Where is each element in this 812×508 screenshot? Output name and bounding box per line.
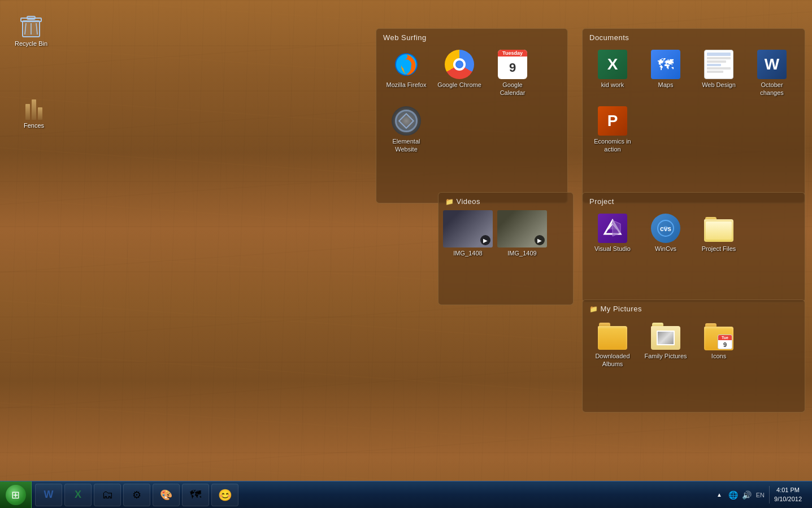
family-pictures-label: Family Pictures <box>644 352 687 360</box>
svg-rect-6 <box>24 22 38 36</box>
fence-icon-maps[interactable]: 🗺 Maps <box>640 46 691 101</box>
desktop: Recycle Bin Fences Web Surfing <box>0 0 812 508</box>
system-clock[interactable]: 4:01 PM 9/10/2012 <box>769 486 806 503</box>
icons-folder-icon: Tue 9 <box>704 321 733 350</box>
fence-icon-kid-work[interactable]: X kid work <box>587 46 638 101</box>
word-taskbar-icon: W <box>44 489 54 501</box>
fence-icon-october-changes[interactable]: W October changes <box>746 46 797 101</box>
recycle-bin-label: Recycle Bin <box>13 39 49 48</box>
october-changes-label: October changes <box>749 81 795 97</box>
fence-icon-firefox[interactable]: Mozilla Firefox <box>381 46 432 101</box>
fences-app-icon <box>20 93 47 120</box>
fence-project-content: Visual Studio cvs WinCvs <box>583 208 805 260</box>
desktop-icon-fences[interactable]: Fences <box>11 90 57 132</box>
fence-web-surfing-title: Web Surfing <box>376 29 567 44</box>
elemental-label: Elemental Website <box>383 137 429 154</box>
taskbar: W X 🗂 ⚙ 🎨 🗺 😊 ▲ 🌐 🔊 <box>0 481 812 508</box>
fence-videos-content: ▶ IMG_1408 ▶ IMG_1409 <box>438 208 573 262</box>
firefox-label: Mozilla Firefox <box>387 81 427 89</box>
desktop-icon-recycle-bin[interactable]: Recycle Bin <box>8 8 54 50</box>
fence-videos-title: 📁Videos <box>438 193 573 208</box>
taskbar-icon-word[interactable]: W <box>35 484 62 506</box>
cal-weekday: Tuesday <box>498 50 527 57</box>
fence-project: Project Visual Studio <box>582 192 805 302</box>
family-pictures-icon <box>651 321 680 350</box>
control-panel-taskbar-icon: ⚙ <box>132 489 141 501</box>
fence-icon-img-1409[interactable]: ▶ IMG_1409 <box>497 210 547 257</box>
video-thumb-1409[interactable]: ▶ <box>497 210 547 248</box>
wincvs-label: WinCvs <box>655 245 676 253</box>
web-design-label: Web Design <box>702 81 736 89</box>
kid-work-icon: X <box>598 50 627 79</box>
network-icon[interactable]: 🌐 <box>729 490 738 500</box>
kid-work-label: kid work <box>601 81 624 89</box>
video-1408-label: IMG_1408 <box>453 249 482 257</box>
fence-my-pictures-content: Downloaded Albums Family Pictures <box>583 315 805 376</box>
language-indicator: EN <box>756 492 765 498</box>
cal-day-number: 9 <box>498 57 527 79</box>
maps-label: Maps <box>658 81 674 89</box>
fence-documents-title: Documents <box>583 29 805 44</box>
show-hidden-icons-button[interactable]: ▲ <box>714 490 724 499</box>
elemental-icon <box>392 106 421 136</box>
google-calendar-icon: Tuesday 9 <box>498 50 527 79</box>
clock-time: 4:01 PM <box>774 486 802 494</box>
fence-icon-icons[interactable]: Tue 9 Icons <box>693 318 744 372</box>
google-calendar-label: Google Calendar <box>489 81 536 97</box>
maps-taskbar-icon: 🗺 <box>190 488 201 501</box>
paint-taskbar-icon: 🎨 <box>160 489 172 501</box>
fence-icon-project-files[interactable]: Project Files <box>693 210 744 256</box>
fence-icon-web-design[interactable]: Web Design <box>693 46 744 101</box>
wincvs-icon: cvs <box>651 214 680 243</box>
taskbar-icon-explorer[interactable]: 🗂 <box>94 484 121 506</box>
maps-icon: 🗺 <box>651 50 680 79</box>
fence-my-pictures: 📁My Pictures Downloaded Albums <box>582 299 805 413</box>
fence-my-pictures-title: 📁My Pictures <box>583 300 805 315</box>
icons-label: Icons <box>711 352 726 360</box>
fence-icon-elemental[interactable]: Elemental Website <box>381 103 432 157</box>
october-changes-icon: W <box>757 50 787 79</box>
fence-documents: Documents X kid work 🗺 Maps <box>582 28 805 203</box>
visual-studio-icon <box>598 214 627 243</box>
fence-videos: 📁Videos ▶ IMG_1408 ▶ IMG_1409 <box>438 192 574 305</box>
taskbar-icon-smiley[interactable]: 😊 <box>211 484 238 506</box>
fences-label: Fences <box>22 121 46 130</box>
recycle-bin-icon <box>18 11 45 38</box>
taskbar-tray: ▲ 🌐 🔊 EN 4:01 PM 9/10/2012 <box>709 481 812 508</box>
excel-taskbar-icon: X <box>75 489 81 501</box>
video-play-btn-1408[interactable]: ▶ <box>480 235 490 245</box>
web-design-icon <box>704 50 733 79</box>
start-orb-icon <box>6 485 26 505</box>
fence-icon-wincvs[interactable]: cvs WinCvs <box>640 210 691 256</box>
video-play-btn-1409[interactable]: ▶ <box>535 235 545 245</box>
svg-point-13 <box>663 226 668 231</box>
fence-icon-economics-action[interactable]: P Economics in action <box>587 103 638 157</box>
fence-icon-chrome[interactable]: Google Chrome <box>434 46 485 101</box>
downloaded-albums-icon <box>598 321 627 350</box>
smiley-taskbar-icon: 😊 <box>218 488 232 502</box>
clock-date: 9/10/2012 <box>774 495 802 503</box>
firefox-icon <box>392 50 421 79</box>
svg-point-9 <box>401 59 411 70</box>
fence-web-surfing-content: Mozilla Firefox Google Chrome Tuesday 9 <box>376 44 567 161</box>
fence-icon-visual-studio[interactable]: Visual Studio <box>587 210 638 256</box>
taskbar-icon-control-panel[interactable]: ⚙ <box>123 484 150 506</box>
fence-icon-google-calendar[interactable]: Tuesday 9 Google Calendar <box>487 46 538 101</box>
video-thumb-1408[interactable]: ▶ <box>443 210 493 248</box>
project-files-icon <box>704 214 733 243</box>
taskbar-icon-maps[interactable]: 🗺 <box>182 484 209 506</box>
chrome-icon <box>445 50 474 79</box>
taskbar-icon-paint[interactable]: 🎨 <box>153 484 180 506</box>
start-button[interactable] <box>0 481 32 509</box>
downloaded-albums-label: Downloaded Albums <box>589 352 636 368</box>
fence-icon-family-pictures[interactable]: Family Pictures <box>640 318 691 372</box>
fence-icon-img-1408[interactable]: ▶ IMG_1408 <box>443 210 493 257</box>
volume-icon[interactable]: 🔊 <box>742 490 752 500</box>
video-1409-label: IMG_1409 <box>507 249 536 257</box>
chrome-label: Google Chrome <box>437 81 481 89</box>
fence-project-title: Project <box>583 193 805 208</box>
taskbar-icon-excel[interactable]: X <box>64 484 92 506</box>
fence-icon-downloaded-albums[interactable]: Downloaded Albums <box>587 318 638 372</box>
economics-action-label: Economics in action <box>589 137 636 154</box>
taskbar-items: W X 🗂 ⚙ 🎨 🗺 😊 <box>32 481 709 508</box>
